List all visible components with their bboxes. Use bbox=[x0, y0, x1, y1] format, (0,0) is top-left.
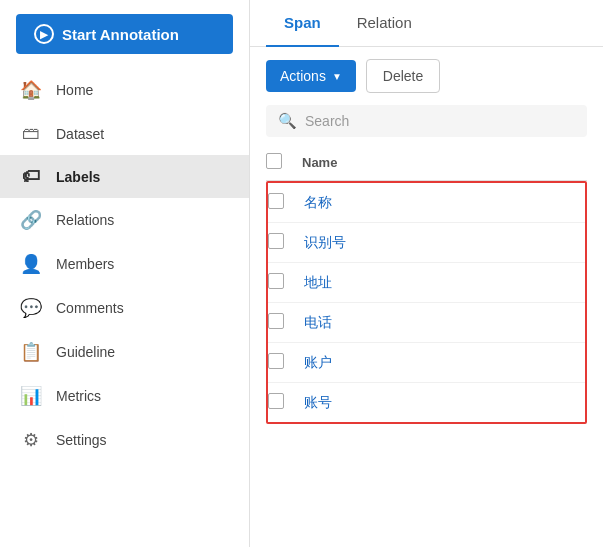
row-name: 账号 bbox=[304, 394, 585, 412]
sidebar-item-label: Home bbox=[56, 82, 93, 98]
row-name: 账户 bbox=[304, 354, 585, 372]
tab-span[interactable]: Span bbox=[266, 0, 339, 47]
sidebar-item-label: Dataset bbox=[56, 126, 104, 142]
actions-button[interactable]: Actions ▼ bbox=[266, 60, 356, 92]
row-checkbox[interactable] bbox=[268, 273, 284, 289]
sidebar-item-label: Metrics bbox=[56, 388, 101, 404]
guideline-icon: 📋 bbox=[20, 341, 42, 363]
header-checkbox-col bbox=[266, 153, 302, 172]
search-placeholder: Search bbox=[305, 113, 349, 129]
labels-icon: 🏷 bbox=[20, 166, 42, 187]
table-row: 名称 bbox=[268, 183, 585, 223]
delete-button[interactable]: Delete bbox=[366, 59, 440, 93]
sidebar-item-members[interactable]: 👤 Members bbox=[0, 242, 249, 286]
search-bar[interactable]: 🔍 Search bbox=[266, 105, 587, 137]
row-checkbox[interactable] bbox=[268, 193, 284, 209]
metrics-icon: 📊 bbox=[20, 385, 42, 407]
row-checkbox[interactable] bbox=[268, 393, 284, 409]
label-table: Name 名称 识别号 地址 电话 账 bbox=[250, 145, 603, 547]
header-name-col: Name bbox=[302, 155, 587, 170]
sidebar-item-label: Members bbox=[56, 256, 114, 272]
select-all-checkbox[interactable] bbox=[266, 153, 282, 169]
row-name: 名称 bbox=[304, 194, 585, 212]
toolbar: Actions ▼ Delete bbox=[250, 47, 603, 105]
nav-menu: 🏠 Home 🗃 Dataset 🏷 Labels 🔗 Relations 👤 … bbox=[0, 68, 249, 462]
actions-label: Actions bbox=[280, 68, 326, 84]
home-icon: 🏠 bbox=[20, 79, 42, 101]
table-row: 电话 bbox=[268, 303, 585, 343]
sidebar-item-metrics[interactable]: 📊 Metrics bbox=[0, 374, 249, 418]
sidebar-item-label: Settings bbox=[56, 432, 107, 448]
chevron-down-icon: ▼ bbox=[332, 71, 342, 82]
table-header: Name bbox=[266, 145, 587, 181]
sidebar-item-label: Comments bbox=[56, 300, 124, 316]
sidebar-item-label: Relations bbox=[56, 212, 114, 228]
sidebar-item-labels[interactable]: 🏷 Labels bbox=[0, 155, 249, 198]
sidebar-item-label: Guideline bbox=[56, 344, 115, 360]
sidebar-item-relations[interactable]: 🔗 Relations bbox=[0, 198, 249, 242]
start-annotation-button[interactable]: ▶ Start Annotation bbox=[16, 14, 233, 54]
members-icon: 👤 bbox=[20, 253, 42, 275]
sidebar-item-label: Labels bbox=[56, 169, 100, 185]
dataset-icon: 🗃 bbox=[20, 123, 42, 144]
sidebar: ▶ Start Annotation 🏠 Home 🗃 Dataset 🏷 La… bbox=[0, 0, 250, 547]
play-icon: ▶ bbox=[34, 24, 54, 44]
table-row: 账户 bbox=[268, 343, 585, 383]
row-checkbox[interactable] bbox=[268, 233, 284, 249]
highlighted-rows: 名称 识别号 地址 电话 账户 账号 bbox=[266, 181, 587, 424]
sidebar-item-home[interactable]: 🏠 Home bbox=[0, 68, 249, 112]
relations-icon: 🔗 bbox=[20, 209, 42, 231]
row-name: 电话 bbox=[304, 314, 585, 332]
sidebar-item-settings[interactable]: ⚙ Settings bbox=[0, 418, 249, 462]
comments-icon: 💬 bbox=[20, 297, 42, 319]
row-checkbox[interactable] bbox=[268, 353, 284, 369]
tab-bar: Span Relation bbox=[250, 0, 603, 47]
table-row: 账号 bbox=[268, 383, 585, 422]
tab-relation[interactable]: Relation bbox=[339, 0, 430, 47]
sidebar-item-comments[interactable]: 💬 Comments bbox=[0, 286, 249, 330]
sidebar-item-dataset[interactable]: 🗃 Dataset bbox=[0, 112, 249, 155]
main-content: Span Relation Actions ▼ Delete 🔍 Search … bbox=[250, 0, 603, 547]
row-checkbox[interactable] bbox=[268, 313, 284, 329]
sidebar-item-guideline[interactable]: 📋 Guideline bbox=[0, 330, 249, 374]
row-name: 识别号 bbox=[304, 234, 585, 252]
table-row: 识别号 bbox=[268, 223, 585, 263]
settings-icon: ⚙ bbox=[20, 429, 42, 451]
start-annotation-label: Start Annotation bbox=[62, 26, 179, 43]
row-name: 地址 bbox=[304, 274, 585, 292]
table-row: 地址 bbox=[268, 263, 585, 303]
search-icon: 🔍 bbox=[278, 112, 297, 130]
